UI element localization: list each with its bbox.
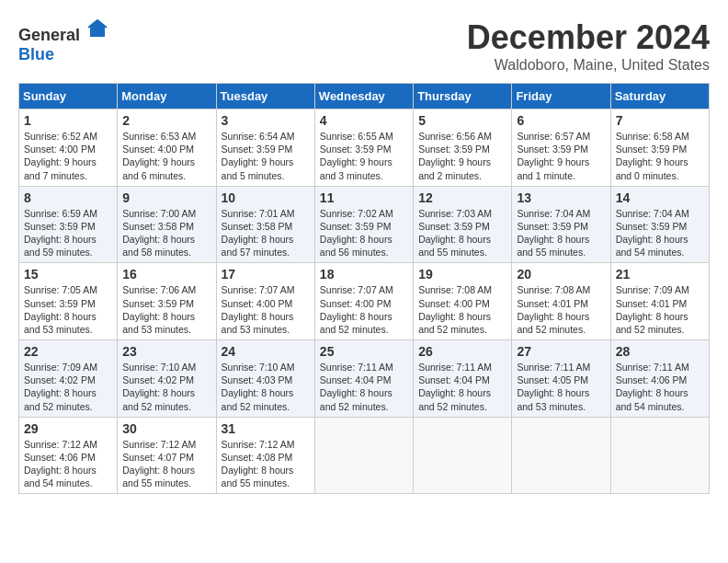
day-number: 10 xyxy=(222,190,310,205)
calendar-cell: 24 Sunrise: 7:10 AM Sunset: 4:03 PM Dayl… xyxy=(216,340,314,418)
week-row-2: 8 Sunrise: 6:59 AM Sunset: 3:59 PM Dayli… xyxy=(19,186,710,263)
day-number: 7 xyxy=(616,113,704,128)
calendar-cell: 31 Sunrise: 7:12 AM Sunset: 4:08 PM Dayl… xyxy=(216,417,314,494)
calendar-cell: 9 Sunrise: 7:00 AM Sunset: 3:58 PM Dayli… xyxy=(118,186,216,263)
day-info: Sunrise: 7:12 AM Sunset: 4:06 PM Dayligh… xyxy=(24,438,112,490)
calendar-cell: 15 Sunrise: 7:05 AM Sunset: 3:59 PM Dayl… xyxy=(19,263,118,340)
day-number: 6 xyxy=(517,113,605,128)
day-info: Sunrise: 7:08 AM Sunset: 4:00 PM Dayligh… xyxy=(418,283,506,336)
day-info: Sunrise: 6:56 AM Sunset: 3:59 PM Dayligh… xyxy=(418,130,506,182)
calendar-cell: 13 Sunrise: 7:04 AM Sunset: 3:59 PM Dayl… xyxy=(512,186,610,263)
calendar-cell: 23 Sunrise: 7:10 AM Sunset: 4:02 PM Dayl… xyxy=(118,340,216,418)
calendar-cell: 7 Sunrise: 6:58 AM Sunset: 3:59 PM Dayli… xyxy=(610,109,709,187)
day-header-saturday: Saturday xyxy=(610,84,709,109)
calendar-cell xyxy=(414,417,512,494)
day-info: Sunrise: 7:03 AM Sunset: 3:59 PM Dayligh… xyxy=(418,207,506,259)
day-number: 12 xyxy=(418,190,506,205)
calendar-cell: 29 Sunrise: 7:12 AM Sunset: 4:06 PM Dayl… xyxy=(19,417,118,494)
week-row-5: 29 Sunrise: 7:12 AM Sunset: 4:06 PM Dayl… xyxy=(19,417,710,494)
day-info: Sunrise: 7:05 AM Sunset: 3:59 PM Dayligh… xyxy=(24,283,112,336)
day-number: 16 xyxy=(122,267,210,282)
day-info: Sunrise: 6:52 AM Sunset: 4:00 PM Dayligh… xyxy=(24,130,112,182)
calendar-cell: 8 Sunrise: 6:59 AM Sunset: 3:59 PM Dayli… xyxy=(19,186,118,263)
day-info: Sunrise: 6:59 AM Sunset: 3:59 PM Dayligh… xyxy=(24,207,112,259)
day-info: Sunrise: 7:04 AM Sunset: 3:59 PM Dayligh… xyxy=(517,207,605,259)
day-info: Sunrise: 7:11 AM Sunset: 4:05 PM Dayligh… xyxy=(517,361,605,413)
day-header-monday: Monday xyxy=(118,84,216,109)
day-number: 4 xyxy=(320,113,408,128)
logo-icon xyxy=(86,18,108,40)
calendar-cell: 11 Sunrise: 7:02 AM Sunset: 3:59 PM Dayl… xyxy=(314,186,413,263)
day-number: 21 xyxy=(616,267,704,282)
week-row-1: 1 Sunrise: 6:52 AM Sunset: 4:00 PM Dayli… xyxy=(19,109,710,187)
calendar-cell: 2 Sunrise: 6:53 AM Sunset: 4:00 PM Dayli… xyxy=(118,109,216,187)
logo-blue: Blue xyxy=(18,45,54,63)
day-info: Sunrise: 7:00 AM Sunset: 3:58 PM Dayligh… xyxy=(122,207,210,259)
calendar-table: SundayMondayTuesdayWednesdayThursdayFrid… xyxy=(18,83,710,494)
day-number: 13 xyxy=(517,190,605,205)
days-header-row: SundayMondayTuesdayWednesdayThursdayFrid… xyxy=(19,84,710,109)
day-number: 20 xyxy=(517,267,605,282)
day-info: Sunrise: 7:12 AM Sunset: 4:08 PM Dayligh… xyxy=(222,438,310,490)
day-header-friday: Friday xyxy=(512,84,610,109)
day-number: 24 xyxy=(222,344,310,359)
day-number: 11 xyxy=(320,190,408,205)
day-info: Sunrise: 7:10 AM Sunset: 4:03 PM Dayligh… xyxy=(222,361,310,413)
day-info: Sunrise: 7:10 AM Sunset: 4:02 PM Dayligh… xyxy=(122,361,210,413)
logo: General Blue xyxy=(18,18,108,64)
day-info: Sunrise: 7:11 AM Sunset: 4:06 PM Dayligh… xyxy=(616,361,704,413)
day-number: 26 xyxy=(418,344,506,359)
title-area: December 2024 Waldoboro, Maine, United S… xyxy=(467,18,710,74)
day-info: Sunrise: 6:57 AM Sunset: 3:59 PM Dayligh… xyxy=(517,130,605,182)
day-info: Sunrise: 7:07 AM Sunset: 4:00 PM Dayligh… xyxy=(320,283,408,336)
day-info: Sunrise: 7:08 AM Sunset: 4:01 PM Dayligh… xyxy=(517,283,605,336)
day-number: 25 xyxy=(320,344,408,359)
week-row-3: 15 Sunrise: 7:05 AM Sunset: 3:59 PM Dayl… xyxy=(19,263,710,340)
day-info: Sunrise: 7:11 AM Sunset: 4:04 PM Dayligh… xyxy=(320,361,408,413)
calendar-cell: 14 Sunrise: 7:04 AM Sunset: 3:59 PM Dayl… xyxy=(610,186,709,263)
day-info: Sunrise: 7:01 AM Sunset: 3:58 PM Dayligh… xyxy=(222,207,310,259)
week-row-4: 22 Sunrise: 7:09 AM Sunset: 4:02 PM Dayl… xyxy=(19,340,710,418)
calendar-cell: 17 Sunrise: 7:07 AM Sunset: 4:00 PM Dayl… xyxy=(216,263,314,340)
day-number: 2 xyxy=(122,113,210,128)
day-info: Sunrise: 7:02 AM Sunset: 3:59 PM Dayligh… xyxy=(320,207,408,259)
month-year-title: December 2024 xyxy=(467,18,710,57)
calendar-cell: 5 Sunrise: 6:56 AM Sunset: 3:59 PM Dayli… xyxy=(414,109,512,187)
calendar-cell: 1 Sunrise: 6:52 AM Sunset: 4:00 PM Dayli… xyxy=(19,109,118,187)
day-number: 22 xyxy=(24,344,112,359)
calendar-cell: 27 Sunrise: 7:11 AM Sunset: 4:05 PM Dayl… xyxy=(512,340,610,418)
calendar-cell: 4 Sunrise: 6:55 AM Sunset: 3:59 PM Dayli… xyxy=(314,109,413,187)
day-number: 28 xyxy=(616,344,704,359)
day-number: 5 xyxy=(418,113,506,128)
day-info: Sunrise: 6:55 AM Sunset: 3:59 PM Dayligh… xyxy=(320,130,408,182)
day-info: Sunrise: 7:07 AM Sunset: 4:00 PM Dayligh… xyxy=(222,283,310,336)
day-info: Sunrise: 7:09 AM Sunset: 4:02 PM Dayligh… xyxy=(24,361,112,413)
day-number: 27 xyxy=(517,344,605,359)
logo-general: General xyxy=(18,26,80,44)
calendar-cell: 19 Sunrise: 7:08 AM Sunset: 4:00 PM Dayl… xyxy=(414,263,512,340)
day-info: Sunrise: 7:12 AM Sunset: 4:07 PM Dayligh… xyxy=(122,438,210,490)
day-info: Sunrise: 6:53 AM Sunset: 4:00 PM Dayligh… xyxy=(122,130,210,182)
day-info: Sunrise: 7:04 AM Sunset: 3:59 PM Dayligh… xyxy=(616,207,704,259)
calendar-cell: 30 Sunrise: 7:12 AM Sunset: 4:07 PM Dayl… xyxy=(118,417,216,494)
day-header-sunday: Sunday xyxy=(19,84,118,109)
day-number: 8 xyxy=(24,190,112,205)
day-info: Sunrise: 7:09 AM Sunset: 4:01 PM Dayligh… xyxy=(616,283,704,336)
calendar-cell xyxy=(512,417,610,494)
day-number: 31 xyxy=(222,421,310,436)
day-info: Sunrise: 6:58 AM Sunset: 3:59 PM Dayligh… xyxy=(616,130,704,182)
calendar-cell: 21 Sunrise: 7:09 AM Sunset: 4:01 PM Dayl… xyxy=(610,263,709,340)
calendar-cell xyxy=(610,417,709,494)
calendar-cell: 26 Sunrise: 7:11 AM Sunset: 4:04 PM Dayl… xyxy=(414,340,512,418)
location-subtitle: Waldoboro, Maine, United States xyxy=(467,57,710,74)
day-info: Sunrise: 7:06 AM Sunset: 3:59 PM Dayligh… xyxy=(122,283,210,336)
day-header-thursday: Thursday xyxy=(414,84,512,109)
day-number: 17 xyxy=(222,267,310,282)
calendar-cell: 6 Sunrise: 6:57 AM Sunset: 3:59 PM Dayli… xyxy=(512,109,610,187)
day-number: 18 xyxy=(320,267,408,282)
calendar-cell: 3 Sunrise: 6:54 AM Sunset: 3:59 PM Dayli… xyxy=(216,109,314,187)
logo-text: General Blue xyxy=(18,18,108,64)
day-number: 30 xyxy=(122,421,210,436)
day-number: 23 xyxy=(122,344,210,359)
day-number: 3 xyxy=(222,113,310,128)
